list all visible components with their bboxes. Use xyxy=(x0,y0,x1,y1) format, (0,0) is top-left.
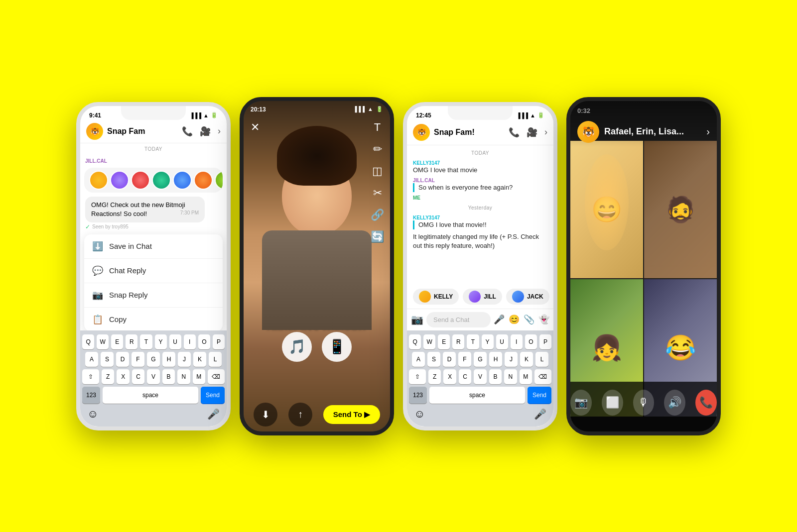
p3-chevron-icon[interactable]: › xyxy=(544,127,547,138)
snap-loop-tool[interactable]: 🔄 xyxy=(371,230,384,243)
chip-jack[interactable]: JACK xyxy=(506,289,549,305)
context-chat-reply[interactable]: 💬 Chat Reply xyxy=(84,259,223,283)
attach-input-icon[interactable]: 📎 xyxy=(524,314,534,325)
kb3-w[interactable]: W xyxy=(423,334,435,349)
kb-o[interactable]: O xyxy=(198,334,210,349)
vc-speaker-btn[interactable]: 🔊 xyxy=(664,390,685,416)
kb-w[interactable]: W xyxy=(97,334,109,349)
kb-s[interactable]: S xyxy=(101,352,114,367)
context-save-in-chat[interactable]: ⬇️ Save in Chat xyxy=(84,234,223,259)
kb3-i[interactable]: I xyxy=(511,334,523,349)
kb3-emoji-icon[interactable]: ☺ xyxy=(414,408,425,421)
kb-q[interactable]: Q xyxy=(82,334,94,349)
kb3-p[interactable]: P xyxy=(539,334,551,349)
kb-a[interactable]: A xyxy=(85,352,98,367)
video-icon[interactable]: 🎥 xyxy=(200,126,211,137)
kb-r[interactable]: R xyxy=(126,334,137,349)
kb3-delete[interactable]: ⌫ xyxy=(534,369,551,384)
context-copy[interactable]: 📋 Copy xyxy=(84,308,223,331)
kb3-e[interactable]: E xyxy=(438,334,450,349)
kb-shift[interactable]: ⇧ xyxy=(82,369,99,384)
kb-d[interactable]: D xyxy=(116,352,129,367)
kb3-t[interactable]: T xyxy=(467,334,479,349)
kb3-space[interactable]: space xyxy=(429,387,525,404)
snap-send-to-button[interactable]: Send To ▶ xyxy=(323,405,380,424)
kb-space[interactable]: space xyxy=(103,387,198,404)
video-chevron-icon[interactable]: › xyxy=(706,126,710,137)
snap-share-button[interactable]: ↑ xyxy=(288,403,312,426)
vc-mic-btn[interactable]: 🎙 xyxy=(633,390,655,416)
kb3-o[interactable]: O xyxy=(525,334,537,349)
kb3-y[interactable]: Y xyxy=(482,334,494,349)
kb3-j[interactable]: J xyxy=(505,352,518,367)
mic-input-icon[interactable]: 🎤 xyxy=(494,314,505,325)
snap-text-tool[interactable]: T xyxy=(371,121,384,134)
context-snap-reply[interactable]: 📷 Snap Reply xyxy=(84,283,223,308)
kb-p[interactable]: P xyxy=(213,334,225,349)
snap-save-button[interactable]: ⬇ xyxy=(254,403,277,426)
kb-x[interactable]: X xyxy=(117,369,129,384)
kb3-123[interactable]: 123 xyxy=(409,387,427,404)
kb3-h[interactable]: H xyxy=(489,352,502,367)
p3-video-icon[interactable]: 🎥 xyxy=(527,127,537,138)
kb3-r[interactable]: R xyxy=(452,334,464,349)
snap-scissors-tool[interactable]: ✂ xyxy=(371,187,384,200)
snap-close-button[interactable]: ✕ xyxy=(251,121,260,134)
snap-choice-music[interactable]: 🎵 xyxy=(282,332,312,362)
kb-t[interactable]: T xyxy=(140,334,152,349)
kb-u[interactable]: U xyxy=(169,334,181,349)
kb3-q[interactable]: Q xyxy=(409,334,421,349)
snap-draw-tool[interactable]: ✏ xyxy=(371,143,384,156)
kb-v[interactable]: V xyxy=(147,369,159,384)
kb-emoji-icon[interactable]: ☺ xyxy=(87,408,98,421)
kb-z[interactable]: Z xyxy=(102,369,114,384)
kb3-n[interactable]: N xyxy=(504,369,517,384)
p3-phone-icon[interactable]: 📞 xyxy=(509,127,520,138)
kb-k[interactable]: K xyxy=(193,352,206,367)
camera-input-icon[interactable]: 📷 xyxy=(411,314,423,325)
snap-choice-phone[interactable]: 📱 xyxy=(322,332,352,362)
vc-end-call-btn[interactable]: 📞 xyxy=(695,390,717,416)
kb-f[interactable]: F xyxy=(132,352,144,367)
kb3-shift[interactable]: ⇧ xyxy=(409,369,426,384)
kb3-send[interactable]: Send xyxy=(528,387,551,404)
kb3-d[interactable]: D xyxy=(443,352,456,367)
kb3-m[interactable]: M xyxy=(520,369,532,384)
kb-send[interactable]: Send xyxy=(201,387,225,404)
kb-m[interactable]: M xyxy=(193,369,205,384)
kb3-mic-icon[interactable]: 🎤 xyxy=(534,408,546,420)
emoji-input-icon[interactable]: 😊 xyxy=(509,314,520,325)
kb-i[interactable]: I xyxy=(184,334,196,349)
snap-sticker-tool[interactable]: ◫ xyxy=(371,165,384,178)
vc-camera-btn[interactable]: 📷 xyxy=(570,390,592,416)
kb-g[interactable]: G xyxy=(147,352,160,367)
kb-123[interactable]: 123 xyxy=(82,387,100,404)
vc-screen-btn[interactable]: ⬜ xyxy=(602,390,623,416)
kb-n[interactable]: N xyxy=(177,369,190,384)
kb3-v[interactable]: V xyxy=(474,369,486,384)
kb3-g[interactable]: G xyxy=(474,352,487,367)
snap-link-tool[interactable]: 🔗 xyxy=(371,209,384,221)
kb3-l[interactable]: L xyxy=(535,352,548,367)
kb3-k[interactable]: K xyxy=(520,352,533,367)
phone-icon[interactable]: 📞 xyxy=(182,126,193,137)
chevron-icon[interactable]: › xyxy=(218,126,221,137)
kb3-b[interactable]: B xyxy=(489,369,502,384)
chip-kelly[interactable]: KELLY xyxy=(413,289,459,305)
kb3-f[interactable]: F xyxy=(458,352,471,367)
kb3-x[interactable]: X xyxy=(443,369,456,384)
chip-jill[interactable]: JILL xyxy=(463,289,502,305)
kb3-u[interactable]: U xyxy=(496,334,508,349)
kb-h[interactable]: H xyxy=(162,352,175,367)
kb-c[interactable]: C xyxy=(132,369,144,384)
chat-input-field[interactable]: Send a Chat xyxy=(426,312,491,327)
kb3-s[interactable]: S xyxy=(427,352,440,367)
bitmoji-input-icon[interactable]: 👻 xyxy=(538,314,549,325)
kb3-c[interactable]: C xyxy=(459,369,471,384)
kb-mic-icon[interactable]: 🎤 xyxy=(207,408,220,420)
kb-l[interactable]: L xyxy=(209,352,222,367)
kb-b[interactable]: B xyxy=(162,369,175,384)
kb-delete[interactable]: ⌫ xyxy=(208,369,225,384)
kb-e[interactable]: E xyxy=(111,334,123,349)
kb-j[interactable]: J xyxy=(178,352,191,367)
